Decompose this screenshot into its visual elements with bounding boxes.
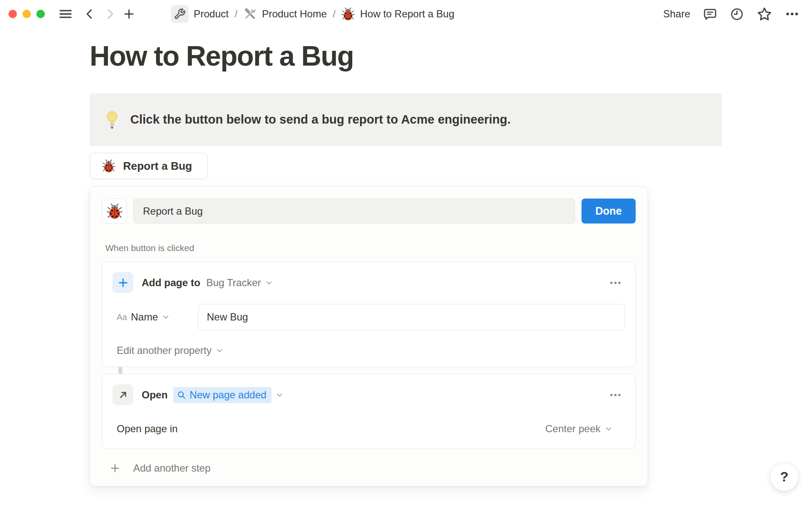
- text-property-type-icon: Aa: [117, 312, 127, 322]
- property-select-dropdown[interactable]: Aa Name: [117, 311, 198, 323]
- ladybug-icon: [102, 159, 115, 173]
- search-icon: [177, 390, 186, 400]
- breadcrumb-separator: /: [333, 8, 336, 20]
- breadcrumb-item-product[interactable]: Product: [171, 5, 229, 23]
- wrench-icon: [174, 8, 186, 20]
- open-mode-value: Center peek: [545, 423, 601, 435]
- button-editor-panel: Done When button is clicked Add page to …: [90, 186, 648, 486]
- toolbar-actions: Share: [663, 6, 799, 22]
- property-name: Name: [131, 311, 158, 323]
- more-options-button[interactable]: [785, 7, 799, 21]
- step-options-button[interactable]: [609, 389, 622, 401]
- breadcrumb-label: Product Home: [262, 8, 326, 20]
- star-icon: [757, 6, 772, 22]
- open-target-dropdown[interactable]: New page added: [173, 387, 271, 403]
- ladybug-icon: [341, 7, 355, 21]
- notion-window: Product / Product Home / How to Report a…: [0, 0, 812, 508]
- breadcrumb-item-product-home[interactable]: Product Home: [243, 7, 326, 21]
- edit-another-property-label: Edit another property: [117, 345, 211, 356]
- light-bulb-icon: [106, 110, 118, 129]
- button-block-label: Report a Bug: [123, 160, 192, 173]
- plus-icon: [110, 463, 121, 474]
- comment-icon: [703, 7, 717, 21]
- ellipsis-icon: [609, 276, 622, 289]
- arrow-up-right-icon: [117, 389, 129, 401]
- callout-text: Click the button below to send a bug rep…: [130, 113, 511, 127]
- step-header: Open New page added: [112, 384, 625, 405]
- chevron-down-icon: [265, 279, 273, 287]
- plus-icon: [117, 277, 129, 289]
- new-page-button[interactable]: [123, 8, 135, 20]
- add-another-step-label: Add another step: [133, 462, 211, 474]
- close-window-button[interactable]: [8, 10, 17, 18]
- clock-icon: [730, 7, 744, 21]
- done-button[interactable]: Done: [582, 199, 636, 224]
- chevron-down-icon: [276, 391, 283, 399]
- chevron-down-icon: [216, 347, 223, 354]
- callout-block: Click the button below to send a bug rep…: [90, 93, 722, 146]
- open-target-value: New page added: [189, 389, 266, 401]
- back-button[interactable]: [84, 8, 96, 20]
- ladybug-icon: [107, 203, 123, 219]
- button-icon-picker[interactable]: [102, 199, 127, 224]
- report-a-bug-button-block[interactable]: Report a Bug: [90, 153, 208, 179]
- traffic-lights: [8, 10, 45, 18]
- database-select-value: Bug Tracker: [206, 277, 261, 289]
- step-header: Add page to Bug Tracker: [112, 272, 625, 293]
- step-connector: [118, 367, 122, 374]
- sidebar-menu-button[interactable]: [58, 7, 73, 21]
- share-button[interactable]: Share: [663, 8, 690, 20]
- breadcrumb-label: How to Report a Bug: [360, 8, 454, 20]
- window-toolbar: Product / Product Home / How to Report a…: [0, 0, 812, 28]
- hammer-and-wrench-icon: [243, 7, 257, 21]
- comments-button[interactable]: [703, 7, 717, 21]
- breadcrumb: Product / Product Home / How to Report a…: [171, 5, 454, 23]
- zoom-window-button[interactable]: [36, 10, 45, 18]
- ellipsis-icon: [785, 7, 799, 21]
- hamburger-menu-icon: [58, 7, 73, 21]
- step-card-add-page: Add page to Bug Tracker Aa Name: [102, 262, 636, 367]
- step-options-button[interactable]: [609, 276, 622, 289]
- step-card-open-page: Open New page added Open page in Center …: [102, 374, 636, 449]
- minimize-window-button[interactable]: [22, 10, 31, 18]
- favorite-button[interactable]: [757, 6, 772, 22]
- database-select-dropdown[interactable]: Bug Tracker: [206, 277, 273, 289]
- ellipsis-icon: [609, 389, 622, 401]
- plus-icon: [123, 8, 135, 20]
- property-value-input[interactable]: [198, 304, 625, 330]
- open-page-step-tile: [112, 384, 133, 405]
- chevron-down-icon: [605, 425, 612, 433]
- button-name-input[interactable]: [133, 199, 575, 224]
- breadcrumb-item-current-page[interactable]: How to Report a Bug: [341, 7, 454, 21]
- help-button[interactable]: ?: [770, 463, 798, 491]
- page-body: How to Report a Bug Click the button bel…: [0, 40, 812, 486]
- add-page-step-tile: [112, 272, 133, 293]
- property-row: Aa Name: [112, 304, 625, 330]
- chevron-down-icon: [162, 313, 170, 321]
- trigger-label: When button is clicked: [105, 243, 636, 253]
- teamspace-tile: [171, 5, 189, 23]
- breadcrumb-separator: /: [235, 8, 238, 20]
- forward-button[interactable]: [104, 8, 116, 20]
- open-page-in-label: Open page in: [117, 423, 178, 435]
- editor-header: Done: [102, 199, 636, 224]
- chevron-right-icon: [104, 8, 116, 20]
- open-mode-dropdown[interactable]: Center peek: [545, 423, 612, 435]
- edit-another-property-button[interactable]: Edit another property: [117, 345, 223, 356]
- open-page-in-row: Open page in Center peek: [112, 423, 625, 438]
- add-another-step-button[interactable]: Add another step: [110, 462, 211, 474]
- step-action-label: Add page to: [142, 277, 200, 289]
- history-button[interactable]: [730, 7, 744, 21]
- breadcrumb-label: Product: [194, 8, 229, 20]
- chevron-left-icon: [84, 8, 96, 20]
- page-title: How to Report a Bug: [90, 40, 812, 72]
- step-action-label: Open: [142, 389, 167, 401]
